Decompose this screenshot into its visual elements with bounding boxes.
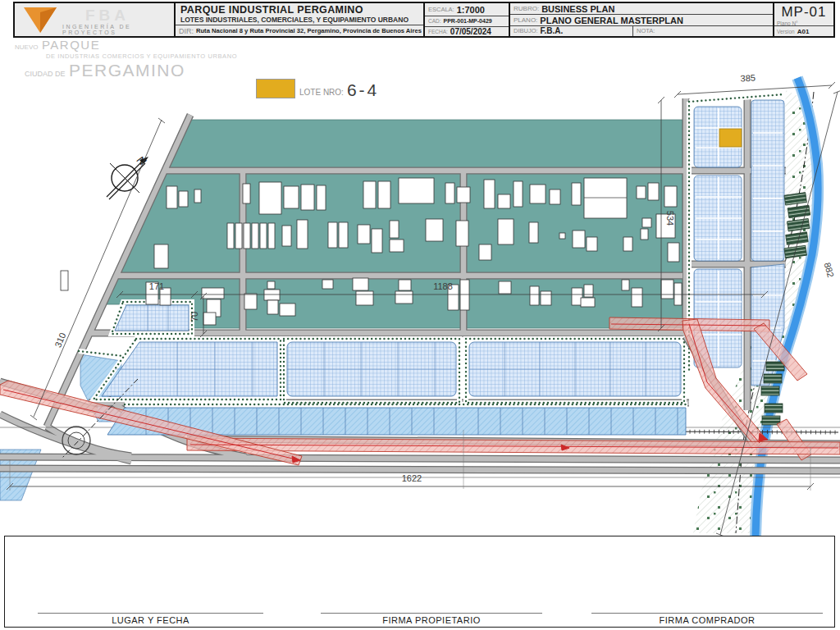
- dim-70: 70: [189, 312, 199, 322]
- rubro-label: RUBRO:: [514, 5, 539, 12]
- signature-field-lugar[interactable]: LUGAR Y FECHA: [38, 613, 263, 625]
- signature-box: LUGAR Y FECHA FIRMA PROPIETARIO FIRMA CO…: [4, 536, 835, 628]
- project-subtitle: LOTES INDUSTRIALES, COMERCIALES, Y EQUIP…: [176, 16, 423, 25]
- signature-field-propietario[interactable]: FIRMA PROPIETARIO: [321, 613, 542, 625]
- signature-label: FIRMA COMPRADOR: [591, 615, 823, 625]
- lot-legend: LOTE NRO: 6-4: [256, 79, 379, 98]
- sheet-code: MP-01: [774, 4, 833, 21]
- dibujo-value: F.B.A.: [541, 26, 564, 35]
- signature-line: [591, 613, 823, 614]
- company-name: FBA: [85, 7, 130, 25]
- dim-310: 310: [52, 331, 67, 349]
- dibujo-label: DIBUJO:: [514, 27, 538, 34]
- project-title: PARQUE INDUSTRIAL PERGAMINO: [176, 3, 423, 16]
- dim-534: 534: [665, 211, 675, 226]
- escala-value: 1:7000: [457, 5, 485, 15]
- plano-label: PLANO:: [514, 16, 537, 24]
- watermark-pergamino: PERGAMINO: [69, 61, 185, 80]
- cad-label: CAD:: [428, 18, 441, 24]
- dim-1188: 1188: [433, 281, 453, 291]
- signature-line: [38, 613, 263, 614]
- rubro-value: BUSINESS PLAN: [541, 4, 614, 14]
- lot-6-4-highlight[interactable]: [719, 129, 742, 147]
- lot-legend-number: 6-4: [347, 80, 379, 100]
- signature-field-comprador[interactable]: FIRMA COMPRADOR: [591, 613, 823, 625]
- watermark-parque: PARQUE: [42, 38, 100, 52]
- dim-882: 882: [823, 262, 836, 279]
- nota-label: NOTA:: [637, 27, 655, 34]
- signature-label: LUGAR Y FECHA: [38, 615, 263, 625]
- watermark-nuevo: NUEVO: [15, 43, 38, 51]
- company-logo-icon: [21, 5, 59, 39]
- title-block: FBA INGENIERÍA DE PROYECTOS PARQUE INDUS…: [13, 2, 835, 38]
- lot-color-swatch: [256, 79, 295, 98]
- fecha-value: 07/05/2024: [450, 27, 491, 36]
- fecha-label: FECHA:: [428, 29, 448, 34]
- masterplan-sheet: { "title_block": { "company": { "name": …: [0, 0, 840, 630]
- escala-label: ESCALA:: [428, 6, 454, 13]
- cad-value: PPR-001-MP-0429: [444, 18, 492, 24]
- signature-line: [321, 613, 542, 614]
- dim-1622: 1622: [402, 473, 422, 483]
- version-label: Version: [777, 29, 795, 34]
- park-watermark: NUEVO PARQUE DE INDUSTRIAS COMERCIOS Y E…: [15, 39, 237, 79]
- version-value: A01: [797, 28, 810, 35]
- watermark-ciudad: CIUDAD DE: [25, 70, 66, 78]
- signature-label: FIRMA PROPIETARIO: [321, 615, 542, 625]
- north-arrow-icon: N: [107, 153, 148, 199]
- dir-value: Ruta Nacional 8 y Ruta Provincial 32, Pe…: [196, 27, 422, 34]
- dim-385: 385: [740, 73, 756, 84]
- company-logo: FBA INGENIERÍA DE PROYECTOS: [15, 3, 176, 36]
- dir-label: DIR:: [179, 27, 194, 35]
- dim-171: 171: [149, 281, 164, 291]
- watermark-line2: DE INDUSTRIAS COMERCIOS Y EQUIPAMIENTO U…: [46, 53, 237, 60]
- company-tagline: INGENIERÍA DE PROYECTOS: [62, 24, 174, 35]
- plano-value: PLANO GENERAL MASTERPLAN: [540, 16, 683, 25]
- lot-legend-label: LOTE NRO:: [299, 88, 344, 97]
